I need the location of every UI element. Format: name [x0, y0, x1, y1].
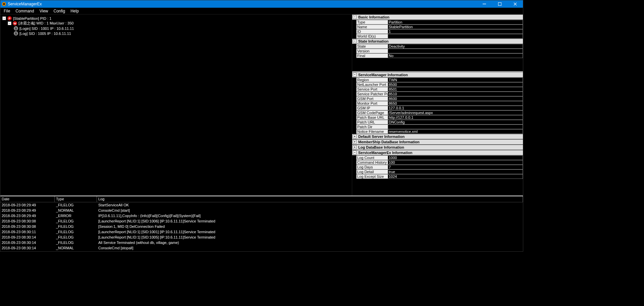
log-row[interactable]: 2018-09-23 08:29:49_FILELOGStartServiceA…	[0, 202, 523, 208]
property-value[interactable]: StablePartition	[388, 24, 523, 29]
property-row[interactable]: Log Count1000	[352, 155, 523, 160]
log-cell-message: ConsoleCmd [stopall]	[97, 246, 523, 250]
log-row[interactable]: 2018-09-23 08:30:08_FILELOG[Session:1, M…	[0, 224, 523, 229]
section-servicemanagerex-information[interactable]: − ServiceManagerEx Information	[352, 150, 523, 155]
tree-panel[interactable]: P [StablePartition] PID : 1 W [冰霜之魂] WID…	[0, 14, 352, 196]
property-value[interactable]: 100	[388, 160, 523, 165]
section-log-database-information[interactable]: + Log DataBase Information	[352, 145, 523, 150]
property-row[interactable]: Version	[352, 49, 523, 53]
expand-icon[interactable]: +	[353, 140, 357, 144]
property-value[interactable]	[388, 124, 523, 129]
menu-config[interactable]: Config	[51, 8, 68, 14]
log-row[interactable]: 2018-09-23 08:30:14_FILELOGAll Service T…	[0, 240, 523, 245]
property-row[interactable]: RegionTWN	[352, 78, 523, 82]
property-row[interactable]: World ID(s)	[352, 34, 523, 39]
property-row[interactable]: NetLauncher Port8500	[352, 82, 523, 87]
property-row[interactable]: Service Port8501	[352, 87, 523, 92]
section-state-information[interactable]: − State Information	[352, 39, 523, 44]
property-row[interactable]: Command History ...100	[352, 160, 523, 165]
log-header-type[interactable]: Type	[55, 196, 97, 202]
log-row[interactable]: 2018-09-23 08:30:11_FILELOG[LauncherRepo…	[0, 229, 523, 235]
property-row[interactable]: Log Except Size1024	[352, 174, 523, 179]
log-row[interactable]: 2018-09-23 08:29:49_ERRORIP[10.6.11.11],…	[0, 213, 523, 218]
property-value[interactable]: 8510	[388, 92, 523, 96]
log-header-log[interactable]: Log	[97, 196, 523, 202]
collapse-icon[interactable]: −	[353, 15, 357, 19]
maximize-button[interactable]	[492, 0, 507, 8]
titlebar[interactable]: ServiceManagerEx	[0, 0, 523, 8]
section-membership-database-information[interactable]: + MemberShip DataBase Information	[352, 139, 523, 145]
property-value[interactable]: Partition	[388, 20, 523, 24]
log-header-date[interactable]: Date	[0, 196, 55, 202]
property-value[interactable]: DNConfig	[388, 120, 523, 124]
property-value[interactable]: 8501	[388, 87, 523, 92]
property-row[interactable]: Service Patcher Port8510	[352, 92, 523, 96]
log-rows[interactable]: 2018-09-23 08:29:49_FILELOGStartServiceA…	[0, 202, 523, 251]
property-value[interactable]: true	[388, 169, 523, 174]
tree-collapse-icon[interactable]	[8, 21, 11, 25]
expand-icon[interactable]: +	[353, 145, 357, 149]
property-key: Name	[356, 24, 388, 29]
property-key: Patch Base URL	[356, 115, 388, 120]
menu-file[interactable]: File	[1, 8, 13, 14]
minimize-button[interactable]	[477, 0, 492, 8]
property-row[interactable]: GSM CodePage/Server/adminrequest.aspx	[352, 110, 523, 115]
property-value[interactable]: 7	[388, 165, 523, 169]
section-servicemanager-information[interactable]: − ServiceManager Information	[352, 72, 523, 78]
property-value[interactable]: /Server/adminrequest.aspx	[388, 110, 523, 115]
property-row[interactable]: Log Days7	[352, 165, 523, 169]
tree-collapse-icon[interactable]	[2, 16, 6, 20]
property-value[interactable]	[388, 34, 523, 39]
property-panel: − Basic Information TypePartitionNameSta…	[352, 14, 523, 196]
collapse-icon[interactable]: −	[353, 39, 357, 43]
property-row[interactable]: FinalNo	[352, 53, 523, 58]
property-row[interactable]: GSM IP127.0.0.1	[352, 106, 523, 110]
property-value[interactable]: 8500	[388, 82, 523, 87]
close-button[interactable]	[507, 0, 523, 8]
property-row[interactable]: Monitor Port8650	[352, 101, 523, 106]
log-row[interactable]: 2018-09-23 08:29:49_NORMALConsoleCmd [st…	[0, 208, 523, 213]
log-header[interactable]: Date Type Log	[0, 196, 523, 202]
expand-icon[interactable]: +	[353, 135, 357, 138]
section-basic-information[interactable]: − Basic Information	[352, 14, 523, 20]
property-value[interactable]: reservenotice.xml	[388, 129, 523, 134]
property-row[interactable]: TypePartition	[352, 20, 523, 24]
property-value[interactable]: 8600	[388, 96, 523, 101]
property-value[interactable]	[388, 49, 523, 53]
property-row[interactable]: Notice Filenamereservenotice.xml	[352, 129, 523, 134]
menu-command[interactable]: Command	[13, 8, 37, 14]
property-value[interactable]: 1	[388, 29, 523, 34]
property-value[interactable]: http://127.0.0.1	[388, 115, 523, 120]
menu-view[interactable]: View	[37, 8, 51, 14]
property-value[interactable]: Deactivity	[388, 44, 523, 49]
tree-node-partition[interactable]: P [StablePartition] PID : 1	[2, 16, 350, 21]
property-value[interactable]: No	[388, 53, 523, 58]
log-cell-message: [LauncherReport [NLID:1] [SID:1006] [IP:…	[97, 219, 523, 223]
tree-node-login[interactable]: S [Login] SID : 1001 IP : 10.6.11.11	[2, 26, 350, 31]
property-key: Log Count	[356, 155, 388, 160]
property-row[interactable]: NameStablePartition	[352, 24, 523, 29]
collapse-icon[interactable]: −	[353, 151, 357, 154]
menu-help[interactable]: Help	[68, 8, 82, 14]
property-row[interactable]: GSM Port8600	[352, 96, 523, 101]
property-value[interactable]: 1000	[388, 155, 523, 160]
property-value[interactable]: 1024	[388, 174, 523, 179]
log-cell-message: ConsoleCmd [start]	[97, 208, 523, 212]
log-row[interactable]: 2018-09-23 08:30:08_FILELOG[LauncherRepo…	[0, 218, 523, 224]
property-row[interactable]: Patch URLDNConfig	[352, 120, 523, 124]
property-value[interactable]: 8650	[388, 101, 523, 106]
log-row[interactable]: 2018-09-23 08:30:14_FILELOG[LauncherRepo…	[0, 235, 523, 240]
property-row[interactable]: StateDeactivity	[352, 44, 523, 49]
property-value[interactable]: TWN	[388, 78, 523, 82]
property-value[interactable]: 127.0.0.1	[388, 106, 523, 110]
property-row[interactable]: Patch Base URLhttp://127.0.0.1	[352, 115, 523, 120]
tree-node-log[interactable]: S [Log] SID : 1005 IP : 10.6.11.11	[2, 31, 350, 36]
tree-node-world[interactable]: W [冰霜之魂] WID : 1 MaxUser : 350	[2, 21, 350, 26]
property-key: Monitor Port	[356, 101, 388, 106]
property-row[interactable]: Patch Dir	[352, 124, 523, 129]
collapse-icon[interactable]: −	[353, 73, 357, 76]
section-default-server-information[interactable]: + Default Server Information	[352, 134, 523, 139]
property-row[interactable]: Log Detailtrue	[352, 169, 523, 174]
log-row[interactable]: 2018-09-23 08:30:14_NORMALConsoleCmd [st…	[0, 245, 523, 251]
property-row[interactable]: ID1	[352, 29, 523, 34]
